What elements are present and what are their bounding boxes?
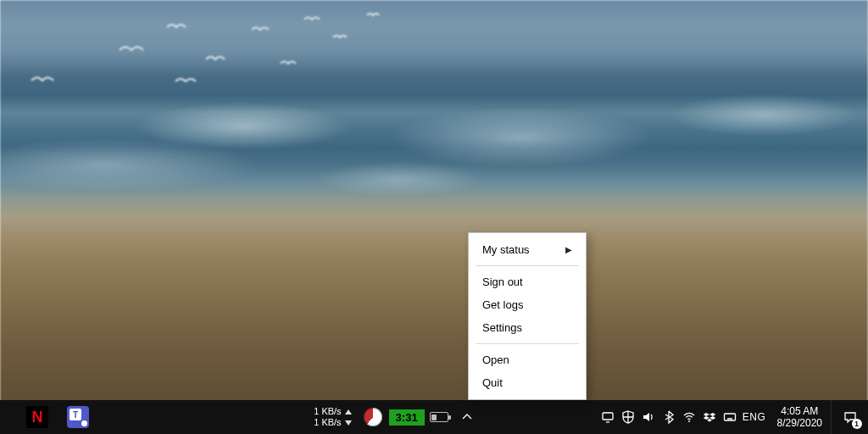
taskbar-app-netflix[interactable]: N (17, 400, 58, 434)
menu-item-label: Get logs (482, 298, 523, 311)
tray-keyboard-icon[interactable] (720, 400, 740, 434)
menu-item-sign-out[interactable]: Sign out (469, 270, 586, 293)
netflix-icon: N (26, 406, 48, 428)
menu-item-my-status[interactable]: My status ▶ (469, 238, 586, 261)
battery-icon (430, 412, 448, 422)
teams-icon (67, 406, 89, 428)
tray-bluetooth-icon[interactable] (659, 400, 679, 434)
teams-tray-context-menu: My status ▶ Sign out Get logs Settings O… (468, 232, 587, 400)
menu-item-settings[interactable]: Settings (469, 316, 586, 339)
net-speed-up: 1 KB/s (314, 406, 341, 417)
download-arrow-icon (345, 420, 352, 426)
notification-badge: 1 (852, 419, 862, 429)
action-center-button[interactable]: 1 (831, 400, 868, 434)
menu-item-label: Quit (482, 376, 503, 389)
menu-item-get-logs[interactable]: Get logs (469, 293, 586, 316)
tray-security-icon[interactable] (618, 400, 638, 434)
svg-point-1 (688, 420, 690, 422)
tray-wifi-icon[interactable] (679, 400, 699, 434)
svg-rect-2 (724, 414, 735, 420)
tray-dropbox-icon[interactable] (699, 400, 720, 434)
language-label: ENG (743, 411, 766, 423)
menu-separator (476, 265, 579, 266)
menu-item-label: Sign out (482, 275, 523, 288)
taskbar-app-teams[interactable] (58, 400, 98, 434)
disk-usage-pie-icon[interactable] (364, 408, 382, 426)
menu-item-label: Settings (482, 321, 522, 334)
system-tray: ENG 4:05 AM 8/29/2020 1 (598, 400, 868, 434)
language-indicator[interactable]: ENG (740, 400, 769, 434)
menu-item-label: My status (482, 243, 530, 256)
network-speed-indicator[interactable]: 1 KB/s 1 KB/s (314, 406, 356, 428)
svg-rect-0 (603, 413, 613, 420)
menu-item-quit[interactable]: Quit (469, 371, 586, 394)
desktop-wallpaper[interactable] (0, 0, 868, 434)
tray-presentation-icon[interactable] (598, 400, 618, 434)
menu-item-open[interactable]: Open (469, 348, 586, 371)
submenu-arrow-icon: ▶ (565, 245, 572, 254)
battery-time-remaining: 3:31 (389, 409, 425, 426)
upload-arrow-icon (345, 409, 352, 415)
chevron-up-icon (460, 410, 474, 424)
tray-overflow-button[interactable] (455, 400, 479, 434)
taskbar-clock[interactable]: 4:05 AM 8/29/2020 (769, 400, 831, 434)
menu-separator (476, 343, 579, 344)
taskbar: N 1 KB/s 1 KB/s 3:31 (0, 400, 868, 434)
tray-volume-icon[interactable] (638, 400, 659, 434)
clock-date: 8/29/2020 (777, 417, 822, 429)
menu-item-label: Open (482, 353, 509, 366)
battery-widget[interactable]: 3:31 (389, 409, 448, 426)
net-speed-down: 1 KB/s (314, 417, 341, 428)
clock-time: 4:05 AM (777, 405, 822, 417)
wallpaper-birds (0, 0, 868, 434)
